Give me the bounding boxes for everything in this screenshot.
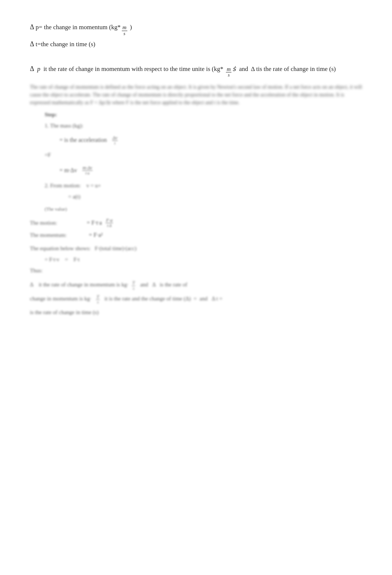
delta-p-symbol: Δ	[30, 63, 34, 75]
frac-num-para: m	[226, 66, 231, 73]
blurred-final-3: is the rate of change in time (s)	[30, 308, 362, 317]
frac-den-para: s	[227, 72, 230, 78]
delta-t-inline: Δ t	[248, 64, 258, 75]
blurred-thus-label: Thus:	[30, 266, 362, 275]
blurred-block-1: The rate of change of momentum is define…	[30, 83, 362, 106]
blurred-momentum-label: The momentum:	[30, 231, 67, 239]
blurred-frac-dv: Δv t	[112, 135, 118, 145]
blurred-equation-label: The equation below shows: F·(total time)…	[30, 244, 362, 253]
fraction-m-s: m s	[122, 24, 127, 36]
fraction-numerator: m	[122, 24, 127, 31]
delta-symbol-1: Δ	[30, 22, 34, 32]
time-text: t=the change in time (s)	[36, 40, 96, 49]
page-content: Δ p= the change in momentum (kg* m s ) Δ…	[30, 22, 362, 317]
blurred-step-label: Step:	[45, 110, 362, 119]
blurred-frac-T2: T s	[96, 294, 99, 304]
s-dot: ṡ	[233, 64, 236, 75]
blurred-step-1: 1. The mass (kg):	[45, 121, 362, 130]
blurred-equation-values: = F·t·v = F·t	[45, 255, 362, 264]
blurred-final-2: change in momentum is kg· T s it is the …	[30, 294, 362, 304]
delta-p-var: p	[36, 64, 41, 75]
momentum-text-before: p= the change in momentum (kg*	[36, 23, 121, 32]
paragraph-text1: it the rate of change in momentum with r…	[40, 64, 225, 75]
blurred-frac-fta: F·a t·Δ	[106, 218, 113, 228]
delta-symbol-2: Δ	[30, 39, 34, 49]
momentum-text-after: )	[128, 23, 132, 32]
blurred-frac-mv: m·Δv t·a	[82, 165, 93, 175]
blurred-step-2: 2. From motion: v = u+	[45, 181, 362, 190]
blurred-motion-label: The motion:	[30, 218, 57, 227]
and-word: and	[236, 64, 248, 75]
blurred-frac-T1: T s	[132, 280, 135, 290]
fraction-m-s-para: m s	[226, 66, 231, 78]
line-time: Δ t=the change in time (s)	[30, 39, 362, 49]
blurred-the-value: (The value)	[45, 205, 362, 213]
blurred-step-2b: = a(t)	[45, 192, 362, 201]
fraction-denominator: s	[123, 31, 126, 36]
line-momentum: Δ p= the change in momentum (kg* m s )	[30, 22, 362, 36]
blurred-eq-f: =F	[45, 150, 362, 159]
blurred-final-1: Δ it the rate of change in momentum is k…	[30, 280, 362, 290]
blurred-formula-mdv: = m·Δv m·Δv t·a	[59, 165, 362, 175]
paragraph-text2: is the rate of change in time (s)	[258, 64, 336, 75]
paragraph-delta-p: Δ p it the rate of change in momentum wi…	[30, 63, 362, 78]
blurred-formula-accel: = is the acceleration Δv t	[59, 135, 362, 145]
blurred-momentum-formula: = F·a²	[89, 232, 103, 238]
blurred-motion-formula: = F·t·a F·a t·Δ	[87, 218, 114, 228]
